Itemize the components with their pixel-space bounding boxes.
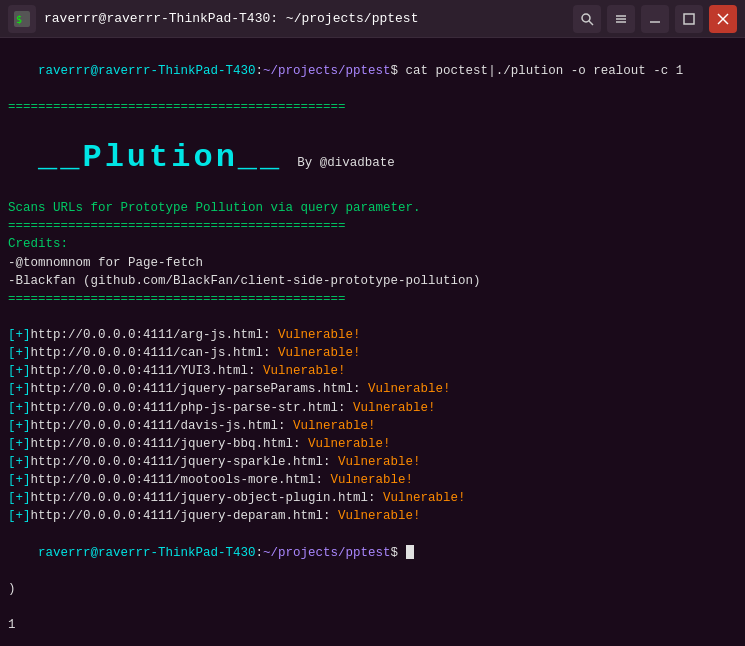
result-url: http://0.0.0.0:4111/jquery-object-plugin… [31,491,384,505]
result-url: http://0.0.0.0:4111/can-js.html: [31,346,279,360]
result-url: http://0.0.0.0:4111/YUI3.html: [31,364,264,378]
plus-bracket: [+] [8,509,31,523]
command-line: raverrr@raverrr-ThinkPad-T430:~/projects… [8,44,737,98]
plus-bracket: [+] [8,346,31,360]
scan-description: Scans URLs for Prototype Pollution via q… [8,199,737,217]
result-line: [+]http://0.0.0.0:4111/jquery-object-plu… [8,489,737,507]
search-button[interactable] [573,5,601,33]
vulnerable-badge: Vulnerable! [331,473,414,487]
plus-bracket: [+] [8,455,31,469]
result-line: [+]http://0.0.0.0:4111/davis-js.html: Vu… [8,417,737,435]
svg-text:$: $ [16,14,22,25]
separator-2: ========================================… [8,217,737,235]
vulnerable-badge: Vulnerable! [338,509,421,523]
credit-1: -@tomnomnom for Page-fetch [8,254,737,272]
final-prompt-line: raverrr@raverrr-ThinkPad-T430:~/projects… [8,525,737,579]
plus-bracket: [+] [8,473,31,487]
prompt-host: raverrr@raverrr-ThinkPad-T430 [38,64,256,78]
maximize-button[interactable] [675,5,703,33]
logo-text: __Plution__ [38,139,282,176]
plus-bracket: [+] [8,401,31,415]
title-bar-controls [573,5,737,33]
plus-bracket: [+] [8,419,31,433]
menu-button[interactable] [607,5,635,33]
result-line: [+]http://0.0.0.0:4111/jquery-parseParam… [8,380,737,398]
result-url: http://0.0.0.0:4111/davis-js.html: [31,419,294,433]
svg-line-3 [589,21,593,25]
vulnerable-badge: Vulnerable! [368,382,451,396]
prompt-path: ~/projects/pptest [263,64,391,78]
result-line: [+]http://0.0.0.0:4111/php-js-parse-str.… [8,399,737,417]
vulnerable-badge: Vulnerable! [353,401,436,415]
title-bar-title: raverrr@raverrr-ThinkPad-T430: ~/project… [44,11,418,26]
result-url: http://0.0.0.0:4111/mootools-more.html: [31,473,331,487]
credits-label: Credits: [8,235,737,253]
logo-line: __Plution__ By @divadbate [8,117,737,200]
by-text: By @divadbate [282,156,395,170]
plus-bracket: [+] [8,364,31,378]
result-url: http://0.0.0.0:4111/arg-js.html: [31,328,279,342]
vulnerable-badge: Vulnerable! [278,328,361,342]
result-line: [+]http://0.0.0.0:4111/jquery-sparkle.ht… [8,453,737,471]
terminal-content: raverrr@raverrr-ThinkPad-T430:~/projects… [0,38,745,646]
svg-rect-8 [684,14,694,24]
cursor [406,545,414,559]
vulnerable-badge: Vulnerable! [278,346,361,360]
vulnerable-badge: Vulnerable! [308,437,391,451]
result-line: [+]http://0.0.0.0:4111/can-js.html: Vuln… [8,344,737,362]
results-container: [+]http://0.0.0.0:4111/arg-js.html: Vuln… [8,326,737,525]
result-line: [+]http://0.0.0.0:4111/jquery-deparam.ht… [8,507,737,525]
svg-point-2 [582,14,590,22]
result-url: http://0.0.0.0:4111/jquery-bbq.html: [31,437,309,451]
extra-4 [8,634,737,646]
result-line: [+]http://0.0.0.0:4111/jquery-bbq.html: … [8,435,737,453]
result-url: http://0.0.0.0:4111/php-js-parse-str.htm… [31,401,354,415]
close-button[interactable] [709,5,737,33]
result-line: [+]http://0.0.0.0:4111/mootools-more.htm… [8,471,737,489]
result-url: http://0.0.0.0:4111/jquery-parseParams.h… [31,382,369,396]
final-prompt-host: raverrr@raverrr-ThinkPad-T430 [38,546,256,560]
credit-2: -Blackfan (github.com/BlackFan/client-si… [8,272,737,290]
extra-1: ) [8,580,737,598]
separator-3: ========================================… [8,290,737,308]
result-url: http://0.0.0.0:4111/jquery-deparam.html: [31,509,339,523]
empty-line [8,308,737,326]
plus-bracket: [+] [8,382,31,396]
terminal-icon: $ [8,5,36,33]
final-prompt-path: ~/projects/pptest [263,546,391,560]
vulnerable-badge: Vulnerable! [293,419,376,433]
vulnerable-badge: Vulnerable! [263,364,346,378]
plus-bracket: [+] [8,491,31,505]
minimize-button[interactable] [641,5,669,33]
plus-bracket: [+] [8,437,31,451]
result-line: [+]http://0.0.0.0:4111/arg-js.html: Vuln… [8,326,737,344]
vulnerable-badge: Vulnerable! [338,455,421,469]
title-bar: $ raverrr@raverrr-ThinkPad-T430: ~/proje… [0,0,745,38]
result-url: http://0.0.0.0:4111/jquery-sparkle.html: [31,455,339,469]
title-bar-left: $ raverrr@raverrr-ThinkPad-T430: ~/proje… [8,5,418,33]
plus-bracket: [+] [8,328,31,342]
result-line: [+]http://0.0.0.0:4111/YUI3.html: Vulner… [8,362,737,380]
separator-1: ========================================… [8,98,737,116]
extra-3: 1 [8,616,737,634]
vulnerable-badge: Vulnerable! [383,491,466,505]
extra-2 [8,598,737,616]
